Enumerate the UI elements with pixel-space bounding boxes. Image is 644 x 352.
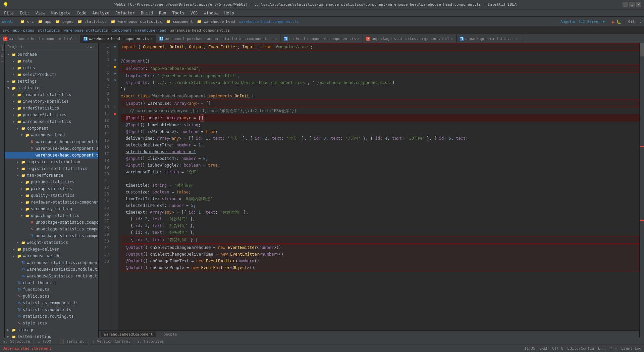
sidebar-item-ws-rout-ts[interactable]: TS warehouseStatistics.routing.ts bbox=[5, 273, 98, 279]
sidebar-item-purchase[interactable]: ▼ 📁 purchase bbox=[5, 51, 98, 58]
menu-file[interactable]: File bbox=[1, 10, 16, 16]
maximize-button[interactable]: □ bbox=[629, 2, 635, 7]
debug-button[interactable]: 🐛 bbox=[616, 19, 621, 24]
sidebar-item-style-scss[interactable]: S style.scss bbox=[5, 320, 98, 326]
gutter-fold-6[interactable]: ⊖ bbox=[114, 78, 116, 82]
breadcrumb-component[interactable]: component bbox=[112, 28, 132, 33]
menu-tools[interactable]: Tools bbox=[170, 10, 187, 16]
tab-wh-html-close[interactable]: × bbox=[74, 37, 76, 41]
sidebar-item-function-ts[interactable]: TS function.ts bbox=[5, 286, 98, 293]
status-event-log[interactable]: Event Log bbox=[621, 346, 641, 351]
sidebar-item-rate[interactable]: ▶ 📁 rate bbox=[5, 58, 98, 64]
breadcrumb-warehouse-head[interactable]: warehouse-head bbox=[135, 28, 166, 33]
favorites-tab[interactable]: 2: Favorites bbox=[135, 339, 166, 344]
close-button[interactable]: ✕ bbox=[636, 2, 641, 7]
sidebar-item-ws-mod-ts[interactable]: TS warehouse-statistics.module.ts bbox=[5, 266, 98, 273]
project-panel-toggle[interactable]: 1: Project bbox=[1, 44, 4, 62]
breadcrumb-pages[interactable]: pages bbox=[23, 28, 34, 33]
sidebar-item-warehouseStats[interactable]: ▼ 📁 warehouse-statistics bbox=[5, 118, 98, 125]
minimize-button[interactable]: _ bbox=[623, 2, 628, 7]
menu-vcs[interactable]: VCS bbox=[188, 10, 201, 16]
sidebar-item-public-scss[interactable]: S public.scss bbox=[5, 293, 98, 300]
menu-code[interactable]: Code bbox=[74, 10, 89, 16]
sidebar-item-stat-comp-ts[interactable]: TS statistics.component.ts bbox=[5, 300, 98, 306]
sidebar-item-up-scss[interactable]: S unpackage-statistics.component.scss bbox=[5, 226, 98, 232]
todo-tab[interactable]: ☑ TODO bbox=[34, 338, 55, 345]
tab-on-head-close[interactable]: × bbox=[357, 37, 359, 41]
sidebar-item-secondary-sorting[interactable]: ▶ 📁 secondary-sorting bbox=[5, 206, 98, 212]
tab-unpackage-ts[interactable]: TS unpackage-statistic... × bbox=[457, 35, 521, 43]
menu-analyze[interactable]: Analyze bbox=[90, 10, 112, 16]
tab-unpackage-html-close[interactable]: × bbox=[451, 37, 453, 41]
sidebar-item-system-setting[interactable]: ▶ 📁 system-setting bbox=[5, 333, 98, 338]
sidebar-item-weight-stats[interactable]: ▶ 📁 weight-statistics bbox=[5, 239, 98, 246]
sidebar-item-wh-ts[interactable]: TS warehouse-head.component.ts bbox=[5, 152, 98, 159]
sidebar-item-unpackage[interactable]: ▼ 📁 unpackage-statistics bbox=[5, 212, 98, 219]
sidebar-item-statistics[interactable]: ▼ 📁 statistics bbox=[5, 85, 98, 91]
tab-wh-ts-close[interactable]: × bbox=[150, 37, 152, 41]
sidebar-item-financial[interactable]: ▶ 📁 financial-statistics bbox=[5, 91, 98, 98]
menu-edit[interactable]: Edit bbox=[17, 10, 32, 16]
sidebar-item-warehouse-head[interactable]: ▼ 📁 warehouse-head bbox=[5, 132, 98, 138]
sidebar-item-rules[interactable]: ▶ 📁 rules bbox=[5, 64, 98, 71]
sidebar-item-quality-stats[interactable]: ▶ 📁 quality-statistics bbox=[5, 192, 98, 199]
sidebar-item-storage[interactable]: ▶ 📁 storage bbox=[5, 326, 98, 333]
tab-wh-ts[interactable]: TS warehouse-head.component.ts × bbox=[80, 35, 156, 43]
breadcrumb-app[interactable]: app bbox=[13, 28, 20, 33]
sidebar-item-wh-scss[interactable]: S warehouse-head.component.scss bbox=[5, 145, 98, 152]
sidebar-item-reviewer[interactable]: ▶ 📁 reviewer-statistics-component bbox=[5, 199, 98, 206]
sidebar-item-man-perf[interactable]: ▶ 📁 man-performance bbox=[5, 172, 98, 179]
tab-personnel[interactable]: TS personnel-purchase-amount-statistics.… bbox=[156, 35, 281, 43]
gutter-fold-3[interactable]: ⊖ bbox=[114, 58, 116, 62]
breadcrumb-warehouse-statistics[interactable]: warehouse-statistics bbox=[64, 28, 108, 33]
sidebar-close-icon[interactable]: ✕ bbox=[93, 45, 96, 49]
menu-window[interactable]: Window bbox=[201, 10, 221, 16]
tab-unpackage-html[interactable]: H unpackage-statistics.component.html × bbox=[363, 35, 457, 43]
sidebar-item-purchaseStats[interactable]: ▶ 📁 purchaseStatistics bbox=[5, 112, 98, 118]
sidebar-item-package-stats[interactable]: ▶ 📁 package-statistics bbox=[5, 179, 98, 185]
sidebar-item-up-ts[interactable]: TS unpackage-statistics.component.ts bbox=[5, 232, 98, 239]
breadcrumb-file[interactable]: warehouse-head.component.ts bbox=[170, 28, 230, 33]
sidebar-item-selectProducts[interactable]: ▶ 📁 selectProducts bbox=[5, 71, 98, 78]
sidebar-expand-icon[interactable]: ≡ bbox=[90, 45, 92, 49]
scrollbar-thumb[interactable] bbox=[640, 43, 644, 56]
version-control-tab[interactable]: ↑ Version Control bbox=[89, 338, 135, 345]
gutter-fold-1[interactable]: ⊖ bbox=[114, 45, 116, 48]
sidebar-item-logistics-sort[interactable]: ▶ 📁 logistics-sort-statistics bbox=[5, 165, 98, 172]
menu-help[interactable]: Help bbox=[222, 10, 237, 16]
sidebar-gear-icon[interactable]: ⚙ bbox=[86, 45, 89, 49]
menu-refactor[interactable]: Refactor bbox=[113, 10, 138, 16]
sidebar-item-stat-rout-ts[interactable]: TS statistics.routing.ts bbox=[5, 313, 98, 320]
completion-tab-people[interactable]: people bbox=[161, 332, 180, 337]
completion-tab-warehouse[interactable]: WarehouseHeadComponent bbox=[101, 332, 156, 337]
code-lines[interactable]: import { Component, OnInit, Output, Even… bbox=[118, 43, 639, 331]
sidebar-item-orderStats[interactable]: ▶ 📁 orderStatistics bbox=[5, 105, 98, 112]
sidebar-item-ws-comp-ts[interactable]: TS warehouse-statistics.component.ts bbox=[5, 259, 98, 266]
sidebar-item-chart-ts[interactable]: TS chart.theme.ts bbox=[5, 279, 98, 286]
sidebar-item-stat-mod-ts[interactable]: TS statistics.module.ts bbox=[5, 306, 98, 313]
tab-unpackage-ts-close[interactable]: × bbox=[516, 37, 518, 41]
sidebar-item-inventory[interactable]: ▶ 📁 inventory-monthlies bbox=[5, 98, 98, 105]
menu-build[interactable]: Build bbox=[138, 10, 156, 16]
gutter-fold-5[interactable]: ⊖ bbox=[114, 72, 116, 75]
breadcrumb-src[interactable]: src bbox=[3, 28, 9, 33]
menu-navigate[interactable]: Navigate bbox=[49, 10, 73, 16]
editor-area[interactable]: 1 2 3 4 5 6 7 8 9 10 11 12 13 14 15 16 1… bbox=[99, 43, 639, 338]
menu-run[interactable]: Run bbox=[156, 10, 169, 16]
sidebar-item-settings[interactable]: ▶ 📁 settings bbox=[5, 78, 98, 85]
sidebar-item-component[interactable]: ▼ 📁 component bbox=[5, 125, 98, 132]
sidebar-item-wh-html[interactable]: H warehouse-head.component.html bbox=[5, 138, 98, 145]
tab-personnel-close[interactable]: × bbox=[275, 37, 277, 41]
run-button[interactable]: ▶ bbox=[612, 19, 614, 25]
tab-on-head[interactable]: TS on-head-component.component.ts × bbox=[280, 35, 363, 43]
sidebar-item-pickup-stats[interactable]: ▶ 📁 pickup-statistics bbox=[5, 185, 98, 192]
status-crlf[interactable]: CRLF bbox=[539, 346, 548, 351]
code-container[interactable]: 1 2 3 4 5 6 7 8 9 10 11 12 13 14 15 16 1… bbox=[99, 43, 639, 331]
scrollbar-track[interactable] bbox=[640, 43, 644, 338]
sidebar-item-up-html[interactable]: H unpackage-statistics.component.html bbox=[5, 219, 98, 226]
sidebar-item-warehouse-weight[interactable]: ▶ 📁 warehouse-weight bbox=[5, 253, 98, 259]
breadcrumb-statistics[interactable]: statistics bbox=[38, 28, 60, 33]
menu-view[interactable]: View bbox=[33, 10, 48, 16]
sidebar-item-logistics-dist[interactable]: ▶ 📁 logistics-distribution bbox=[5, 159, 98, 165]
structure-tab[interactable]: 2: Structure bbox=[0, 338, 34, 345]
